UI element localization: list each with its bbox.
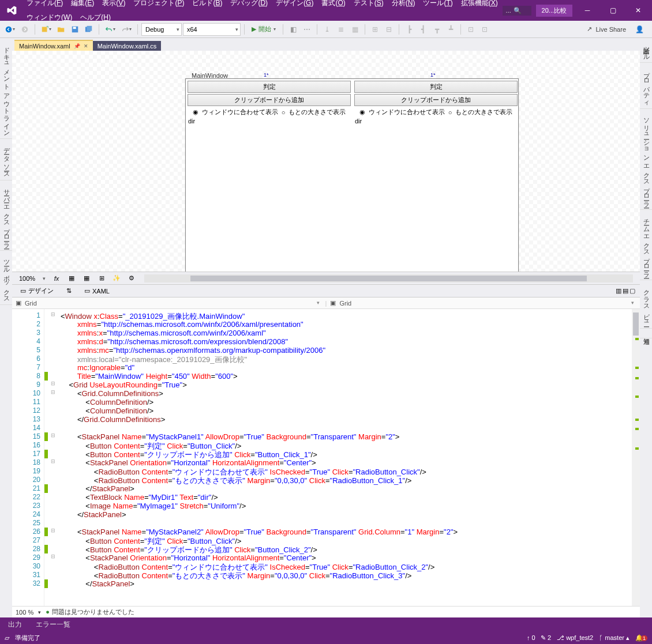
- open-button[interactable]: [55, 23, 68, 36]
- menu-item[interactable]: 表示(V): [99, 0, 129, 10]
- side-tab[interactable]: プロパティ: [640, 63, 652, 109]
- tb-icon-11[interactable]: ┻: [444, 23, 457, 36]
- side-tab[interactable]: ソリューション エクスプローラー: [640, 109, 652, 210]
- design-radio-fit-1[interactable]: ウィンドウに合わせて表示: [202, 108, 278, 116]
- tb-icon-8[interactable]: ┣: [403, 23, 415, 36]
- maximize-button[interactable]: ▢: [602, 3, 623, 18]
- fx-icon[interactable]: fx: [51, 273, 62, 284]
- notifications[interactable]: 🔔1: [635, 634, 647, 642]
- editor-zoom[interactable]: 100 %: [16, 609, 33, 616]
- menu-item[interactable]: プロジェクト(P): [130, 0, 188, 10]
- design-btn-judge-2[interactable]: 判定: [354, 81, 518, 93]
- menu-item[interactable]: デザイン(G): [272, 0, 317, 10]
- undo-button[interactable]: ▾: [103, 23, 118, 36]
- tb-icon-10[interactable]: ┳: [430, 23, 443, 36]
- tb-icon-5[interactable]: ▦: [349, 23, 361, 36]
- close-icon[interactable]: ✕: [84, 43, 88, 49]
- close-button[interactable]: ✕: [628, 3, 649, 18]
- split-v-icon[interactable]: ▤: [623, 287, 628, 295]
- redo-button[interactable]: ▾: [119, 23, 134, 36]
- minimize-button[interactable]: ─: [577, 3, 598, 18]
- status-bar: ▱ 準備完了 ↑ 0 ✎ 2 ⎇ wpf_test2 ᚴ master ▴ 🔔1: [0, 631, 652, 644]
- side-tab[interactable]: 通知: [640, 329, 652, 338]
- side-tab[interactable]: 診断ツール: [640, 38, 652, 63]
- design-radio-row-1: ◉ウィンドウに合わせて表示 ○もとの大きさで表示: [187, 107, 351, 118]
- bottom-tab[interactable]: 出力: [5, 618, 25, 631]
- tb-icon-13[interactable]: ⊡: [478, 23, 491, 36]
- side-tab[interactable]: クラス ビュー: [640, 280, 652, 329]
- tb-icon-6[interactable]: ⊞: [369, 23, 381, 36]
- document-tab[interactable]: MainWindow.xaml📌✕: [14, 40, 93, 51]
- bottom-tab[interactable]: エラー一覧: [32, 618, 74, 631]
- snap-icon[interactable]: ⊞: [96, 273, 107, 284]
- config-combo[interactable]: Debug: [141, 23, 182, 36]
- design-btn-clip-2[interactable]: クリップボードから追加: [354, 94, 518, 106]
- tb-icon-7[interactable]: ⊟: [383, 23, 395, 36]
- menu-item[interactable]: 編集(E): [68, 0, 98, 10]
- side-tab[interactable]: チーム エクスプローラー: [640, 210, 652, 280]
- title-bar: ファイル(F)編集(E)表示(V)プロジェクト(P)ビルド(B)デバッグ(D)デ…: [0, 0, 652, 21]
- design-radio-orig-2[interactable]: もとの大きさで表示: [455, 108, 512, 116]
- fold-gutter[interactable]: ⊟⊟⊟⊟⊟⊟⊟: [48, 309, 58, 606]
- effects-icon[interactable]: ✨: [111, 273, 122, 284]
- design-tab[interactable]: ▭ デザイン: [17, 285, 57, 296]
- design-dir-2: dir: [354, 118, 518, 125]
- design-btn-judge-1[interactable]: 判定: [188, 81, 351, 93]
- grid-icon-2[interactable]: ▦: [81, 273, 92, 284]
- side-tab[interactable]: サーバー エクスプローラー: [0, 180, 12, 251]
- save-all-button[interactable]: [83, 23, 95, 36]
- swap-panes-button[interactable]: ⇅: [63, 286, 75, 296]
- start-debug-button[interactable]: ▶ 開始 ▾: [248, 25, 279, 33]
- right-sidebar: 診断ツールプロパティソリューション エクスプローラーチーム エクスプローラークラ…: [640, 38, 652, 617]
- menu-item[interactable]: 書式(O): [318, 0, 349, 10]
- menu-item[interactable]: デバッグ(D): [227, 0, 271, 10]
- live-share-button[interactable]: ↗ Live Share: [581, 25, 632, 33]
- nav-back-button[interactable]: ▾: [2, 23, 17, 36]
- collapse-icon[interactable]: ▢: [629, 287, 635, 295]
- menu-item[interactable]: テスト(S): [350, 0, 387, 10]
- side-tab[interactable]: ドキュメント アウトライン: [0, 38, 12, 139]
- menu-item[interactable]: ツール(T): [419, 0, 456, 10]
- code-area[interactable]: <Window x:Class="_20191029_画像比較.MainWind…: [58, 309, 640, 606]
- editor-scrollbar[interactable]: [632, 309, 640, 606]
- tb-icon-4[interactable]: ≣: [335, 23, 347, 36]
- account-icon[interactable]: 👤: [633, 23, 646, 36]
- save-button[interactable]: [69, 23, 81, 36]
- tb-icon-3[interactable]: ⤓: [321, 23, 334, 36]
- zoom-combo[interactable]: 100%: [16, 272, 47, 285]
- side-tab[interactable]: データ ソース: [0, 139, 12, 180]
- quick-search[interactable]: ...🔍: [503, 6, 531, 16]
- design-btn-clip-1[interactable]: クリップボードから追加: [188, 94, 351, 106]
- settings-icon[interactable]: ⚙: [126, 273, 137, 284]
- pin-icon[interactable]: 📌: [74, 43, 80, 49]
- design-radio-orig-1[interactable]: もとの大きさで表示: [288, 108, 346, 116]
- design-radio-fit-2[interactable]: ウィンドウに合わせて表示: [369, 108, 445, 116]
- menu-item[interactable]: 拡張機能(X): [458, 0, 501, 10]
- tb-icon-12[interactable]: ⊡: [464, 23, 477, 36]
- code-editor[interactable]: 1234567891011121314151617181920212223242…: [12, 309, 640, 606]
- xaml-designer[interactable]: MainWindow 1* 1* 判定 クリップボードから追加 ◉ウィンドウに合…: [12, 51, 640, 285]
- path-left[interactable]: Grid: [25, 300, 322, 307]
- design-dir-1: dir: [187, 118, 351, 125]
- left-sidebar: ドキュメント アウトラインデータ ソースサーバー エクスプローラーツールボックス: [0, 38, 12, 617]
- design-radio-row-2: ◉ウィンドウに合わせて表示 ○もとの大きさで表示: [354, 107, 518, 118]
- menu-item[interactable]: ビルド(B): [189, 0, 226, 10]
- menu-item[interactable]: 分析(N): [388, 0, 419, 10]
- xaml-tab[interactable]: ▭ XAML: [81, 286, 113, 296]
- path-right[interactable]: Grid: [339, 300, 636, 307]
- source-changes[interactable]: ↑ 0 ✎ 2: [527, 634, 551, 642]
- source-branch[interactable]: ᚴ master ▴: [599, 634, 629, 642]
- tb-icon-9[interactable]: ┫: [417, 23, 429, 36]
- source-repo[interactable]: ⎇ wpf_test2: [557, 634, 593, 642]
- design-window[interactable]: MainWindow 1* 1* 判定 クリップボードから追加 ◉ウィンドウに合…: [185, 78, 519, 285]
- new-project-button[interactable]: ▾: [39, 23, 54, 36]
- tb-icon-1[interactable]: ◧: [287, 23, 299, 36]
- platform-combo[interactable]: x64: [183, 23, 241, 36]
- document-tab[interactable]: MainWindow.xaml.cs: [93, 41, 162, 51]
- grid-icon-1[interactable]: ▦: [66, 273, 77, 284]
- side-tab[interactable]: ツールボックス: [0, 251, 12, 305]
- split-h-icon[interactable]: ▥: [616, 287, 621, 295]
- menu-item[interactable]: ファイル(F): [23, 0, 66, 10]
- tb-icon-2[interactable]: ⋯: [301, 23, 313, 36]
- nav-fwd-button[interactable]: [18, 23, 31, 36]
